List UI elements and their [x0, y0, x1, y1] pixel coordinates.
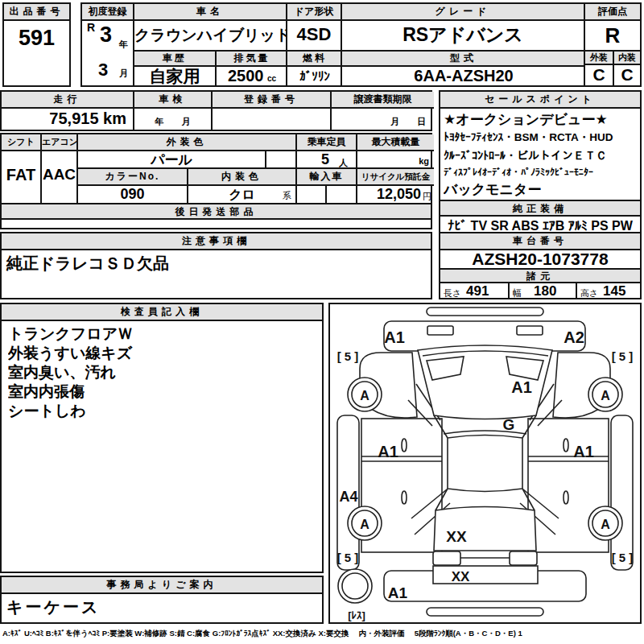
notes-box: 注意事項欄 純正ドラレコＳＤ欠品	[0, 232, 432, 299]
damage-label-trunk: XX	[446, 528, 467, 545]
import-header: 輸入車	[295, 169, 356, 186]
sales-line: ★オークションデビュー★	[444, 110, 637, 129]
transfer-deadline-header: 譲渡書類期限	[332, 92, 434, 109]
max-load-header: 最大積載量	[356, 134, 434, 151]
era-value: R	[87, 21, 95, 34]
damage-label-front-glass: G	[503, 416, 515, 433]
length-label: 長さ	[444, 287, 461, 299]
genuine-equipment-header: 純正装備	[440, 200, 640, 217]
score-header: 評価点	[585, 4, 640, 21]
shaken-placeholder: 年 月	[134, 109, 211, 128]
later-parts-header: 後日発送部品	[2, 203, 431, 220]
capacity-header: 乗車定員	[295, 134, 356, 151]
rear-strip	[427, 608, 543, 616]
interior-color-value: クロ	[188, 186, 295, 203]
interior-color-header: 内装色	[187, 169, 295, 186]
first-registration-cell: 初度登録 R 3 年 3 月	[82, 4, 134, 85]
damage-label-rear-bumper: A1	[388, 584, 408, 601]
office-header: 事務局よりご案内	[2, 577, 322, 594]
chassis-box: 車台番号 AZSH20-1073778 諸元 長さ 491 幅 180 高さ 1…	[439, 232, 642, 299]
inspector-line: 室内内張傷	[8, 382, 316, 402]
aircon-cell: エアコン AAC	[42, 134, 78, 203]
reg-month-value: 3	[98, 60, 108, 80]
year-suffix: 年	[119, 39, 128, 51]
spec-header: 諸元	[440, 268, 640, 283]
front-strip	[427, 308, 543, 316]
first-registration-header: 初度登録	[82, 4, 133, 21]
interior-color-suffix: 系	[283, 190, 291, 202]
grade-cell: グレード RSアドバンス 型式 6AA-AZSH20	[342, 4, 585, 85]
damage-label-windshield: A1	[511, 378, 532, 396]
month-suffix: 月	[119, 68, 128, 80]
score-value: R	[585, 21, 640, 50]
color-no-header: カラーNo.	[78, 169, 187, 186]
score-cell: 評価点 R 外装 C 内装 C	[585, 4, 640, 85]
damage-label-front-bumper-left: A1	[384, 328, 405, 346]
model-code-header: 型式	[342, 52, 585, 67]
shift-cell: シフト FAT	[2, 134, 42, 203]
displacement-unit: cc	[267, 74, 276, 83]
aircon-value: AAC	[42, 151, 76, 198]
exterior-color-header: 外装色	[78, 134, 295, 151]
capacity-unit: 人	[339, 157, 348, 169]
max-load-unit: kg	[419, 156, 429, 166]
spare-wheel	[338, 569, 372, 603]
inspector-box: 検査員記入欄 トランクフロアＷ 外装うすい線キズ 室内臭い、汚れ 室内内張傷 シ…	[0, 303, 324, 573]
transfer-deadline-cell: 譲渡書類期限 月 日	[332, 92, 434, 130]
grade-value: RSアドバンス	[342, 21, 584, 48]
lot-number-value: 591	[4, 21, 69, 51]
model-code-value: 6AA-AZSH20	[342, 67, 585, 85]
roof	[448, 436, 522, 492]
width-value: 180	[534, 283, 556, 299]
height-value: 145	[603, 283, 625, 299]
capacity-value: 5	[321, 151, 329, 168]
aircon-header: エアコン	[42, 134, 76, 151]
door-shape-cell: ドア形状 4SD 燃料 ｶﾞｿﾘﾝ	[287, 4, 342, 85]
door-shape-header: ドア形状	[287, 4, 341, 21]
vehicle-header-box: 初度登録 R 3 年 3 月 車名 クラウンハイブリッド 車歴 自家用 排気量 …	[80, 2, 642, 87]
door-shape-value: 4SD	[287, 21, 341, 48]
recycle-header: リサイクル預託金	[356, 169, 434, 186]
import-cell-b	[325, 186, 356, 203]
damage-label-rear-panel: XX	[452, 569, 470, 584]
exterior-color-sub-cell	[265, 151, 295, 169]
lot-number-box: 出品番号 591	[2, 2, 71, 87]
wheel-grade-front-right: A	[601, 389, 610, 402]
chassis-value: AZSH20-1073778	[440, 250, 640, 268]
notes-value: 純正ドラレコＳＤ欠品	[2, 250, 431, 275]
history-header: 車歴	[134, 52, 215, 67]
damage-label-right-front-door: A1	[573, 443, 594, 460]
mileage-row-box: 走行 75,915 km 車検 年 月 登録番号 譲渡書類期限 月 日	[0, 90, 432, 131]
displacement-value: 2500	[228, 67, 264, 85]
inspector-line: シートしわ	[8, 402, 316, 421]
tire-depth-rear-left: [ 5 ]	[337, 551, 359, 564]
inspector-header: 検査員記入欄	[2, 304, 322, 321]
registration-number-cell: 登録番号	[213, 92, 332, 130]
height-label: 高さ	[580, 287, 598, 299]
length-value: 491	[466, 283, 489, 299]
interior-grade-header: 内装	[614, 52, 640, 65]
mileage-header: 走行	[2, 92, 133, 109]
lot-number-header: 出品番号	[4, 4, 69, 21]
car-name-header: 車名	[134, 4, 286, 21]
right-taillight	[510, 551, 537, 565]
wheel-grade-front-left: A	[360, 389, 369, 402]
sales-line: ﾄﾖﾀｾｰﾌﾃｨｾﾝｽ・BSM・RCTA・HUD	[444, 129, 637, 147]
damage-label-front-bumper-right: A2	[564, 328, 584, 346]
chassis-header: 車台番号	[440, 233, 640, 250]
auction-sheet: 出品番号 591 初度登録 R 3 年 3 月 車名 クラウンハイブリッド 車歴…	[0, 0, 644, 644]
left-taillight	[433, 551, 460, 565]
width-label: 幅	[513, 287, 522, 299]
wheel-grade-rear-right: A	[601, 518, 610, 531]
registration-number-header: 登録番号	[213, 92, 330, 109]
fuel-value: ｶﾞｿﾘﾝ	[287, 67, 342, 85]
sales-points-header: セールスポイント	[440, 92, 640, 109]
wheel-grade-rear-left: A	[360, 518, 369, 531]
car-diagram: A1 A2 A1 G A1 A1 A4 XX XX A1 A A A A [ 5…	[330, 304, 640, 622]
color-no-value: 090	[78, 186, 187, 203]
inspector-line: 室内臭い、汚れ	[8, 363, 316, 382]
displacement-header: 排気量	[217, 52, 287, 67]
shift-header: シフト	[2, 134, 40, 151]
exterior-color-value: パール	[78, 151, 265, 168]
tire-depth-front-right: [ 5 ]	[612, 349, 634, 363]
